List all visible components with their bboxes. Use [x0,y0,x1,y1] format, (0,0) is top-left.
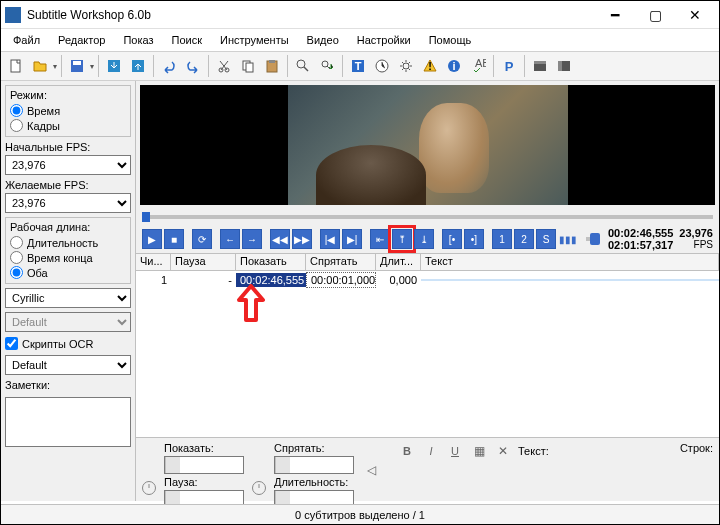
col-pause[interactable]: Пауза [171,254,236,270]
ocr-checkbox[interactable]: Скрипты OCR [5,336,131,351]
mark-in-button[interactable]: [• [442,229,462,249]
col-show[interactable]: Показать [236,254,306,270]
color-button[interactable]: ▦ [470,442,488,460]
cut-button[interactable] [213,55,235,77]
cell-hide-time[interactable]: 00:00:01,000 [306,272,376,288]
set-hide-time-button[interactable]: ⤓ [414,229,434,249]
scroll-toggle-button[interactable]: ⟳ [192,229,212,249]
menu-view[interactable]: Показ [115,32,161,48]
svg-point-11 [297,60,305,68]
forward-button[interactable]: ▶▶ [292,229,312,249]
nav-prev-icon[interactable]: ◁ [362,461,380,479]
svg-point-16 [403,63,409,69]
set-show-time-button[interactable]: ⤒ [392,229,412,249]
next-sub-button[interactable]: ▶| [342,229,362,249]
prev-frame-button[interactable]: ← [220,229,240,249]
input-fps-label: Начальные FPS: [5,141,131,153]
col-text[interactable]: Текст [421,254,719,270]
work-duration-radio[interactable]: Длительность [10,235,126,250]
desired-fps-select[interactable]: 23,976 [5,193,131,213]
undo-button[interactable] [158,55,180,77]
show-field[interactable] [164,456,244,474]
col-hide[interactable]: Спрятать [306,254,376,270]
work-endtime-radio[interactable]: Время конца [10,250,126,265]
gear-button[interactable] [395,55,417,77]
work-length-label: Рабочая длина: [10,221,126,233]
italic-button[interactable]: I [422,442,440,460]
hide-field[interactable] [274,456,354,474]
status-text: 0 субтитров выделено / 1 [295,509,425,521]
rewind-button[interactable]: ◀◀ [270,229,290,249]
warning-button[interactable]: ! [419,55,441,77]
video-preview[interactable] [140,85,715,205]
add-sync-button[interactable]: S [536,229,556,249]
redo-button[interactable] [182,55,204,77]
close-button[interactable]: ✕ [675,1,715,29]
svg-text:!: ! [428,60,432,72]
new-file-button[interactable] [5,55,27,77]
volume-icon[interactable]: ▮▮▮ [558,229,578,249]
menu-settings[interactable]: Настройки [349,32,419,48]
info-button[interactable]: i [443,55,465,77]
menu-edit[interactable]: Редактор [50,32,113,48]
import-button[interactable] [103,55,125,77]
paste-button[interactable] [261,55,283,77]
notes-label: Заметки: [5,379,131,391]
desired-fps-label: Желаемые FPS: [5,179,131,191]
play-button[interactable]: ▶ [142,229,162,249]
ocr-select[interactable]: Default [5,355,131,375]
menu-search[interactable]: Поиск [164,32,210,48]
stop-button[interactable]: ■ [164,229,184,249]
text-tool-button[interactable]: T [347,55,369,77]
search-down-button[interactable] [316,55,338,77]
mode-label: Режим: [10,89,126,101]
underline-button[interactable]: U [446,442,464,460]
svg-rect-24 [558,61,562,71]
volume-slider[interactable] [586,237,600,241]
spellcheck-button[interactable]: ABC [467,55,489,77]
menu-tools[interactable]: Инструменты [212,32,297,48]
set-start-button[interactable]: ⇤ [370,229,390,249]
text-field-label: Текст: [518,445,549,457]
menubar: Файл Редактор Показ Поиск Инструменты Ви… [1,29,719,51]
maximize-button[interactable]: ▢ [635,1,675,29]
col-dur[interactable]: Длит... [376,254,421,270]
charset-select[interactable]: Cyrillic [5,288,131,308]
notes-field[interactable] [5,397,131,447]
copy-button[interactable] [237,55,259,77]
menu-file[interactable]: Файл [5,32,48,48]
list-panel-button[interactable] [553,55,575,77]
search-button[interactable] [292,55,314,77]
fps-label: FPS [679,239,713,251]
svg-rect-8 [246,63,253,72]
grid-body[interactable]: 1 - 00:02:46,555 00:00:01,000 0,000 [136,271,719,437]
next-frame-button[interactable]: → [242,229,262,249]
clock-icon [142,481,156,495]
export-button[interactable] [127,55,149,77]
minimize-button[interactable]: ━ [595,1,635,29]
pascal-button[interactable]: P [498,55,520,77]
table-row[interactable]: 1 - 00:02:46,555 00:00:01,000 0,000 [136,271,719,289]
cell-show-time[interactable]: 00:02:46,555 [236,273,306,287]
col-num[interactable]: Чи... [136,254,171,270]
pause-field-label: Пауза: [164,476,244,488]
menu-video[interactable]: Видео [299,32,347,48]
window-title: Subtitle Workshop 6.0b [27,8,151,22]
sync-2-button[interactable]: 2 [514,229,534,249]
mark-out-button[interactable]: •] [464,229,484,249]
sync-1-button[interactable]: 1 [492,229,512,249]
save-button[interactable] [66,55,88,77]
menu-help[interactable]: Помощь [421,32,480,48]
seek-bar[interactable] [142,215,713,219]
mode-time-radio[interactable]: Время [10,103,126,118]
prev-sub-button[interactable]: |◀ [320,229,340,249]
bold-button[interactable]: B [398,442,416,460]
font-select[interactable]: Default [5,312,131,332]
mode-frames-radio[interactable]: Кадры [10,118,126,133]
clock-button[interactable] [371,55,393,77]
work-both-radio[interactable]: Оба [10,265,126,280]
open-file-button[interactable] [29,55,51,77]
input-fps-select[interactable]: 23,976 [5,155,131,175]
clear-format-button[interactable]: ✕ [494,442,512,460]
video-panel-button[interactable] [529,55,551,77]
